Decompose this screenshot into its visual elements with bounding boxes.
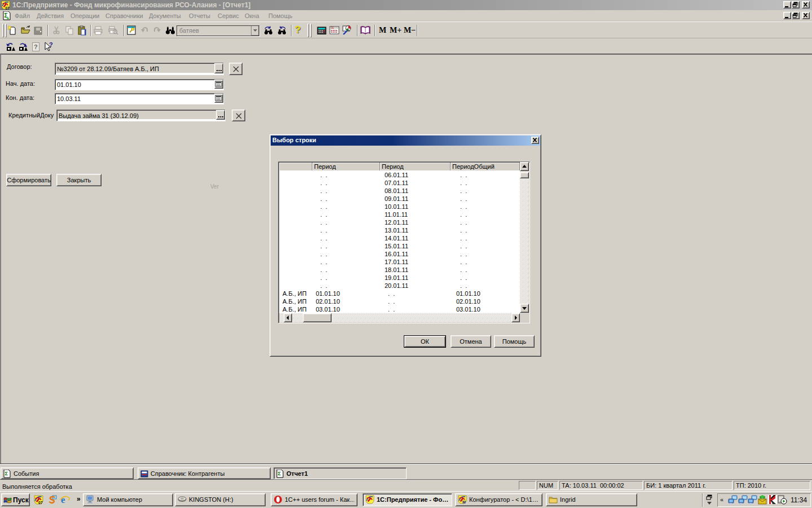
svg-text:07: 07 xyxy=(38,501,43,505)
svg-text:e: e xyxy=(61,494,65,505)
svg-text:07: 07 xyxy=(6,6,10,10)
svg-text:Σ: Σ xyxy=(5,471,8,476)
svg-text:?: ? xyxy=(34,43,38,50)
svg-text:Σ: Σ xyxy=(4,12,7,19)
svg-text:31: 31 xyxy=(331,27,334,29)
svg-text:М: М xyxy=(462,500,466,504)
svg-text:?: ? xyxy=(49,42,53,48)
svg-text:Σ: Σ xyxy=(277,471,281,476)
